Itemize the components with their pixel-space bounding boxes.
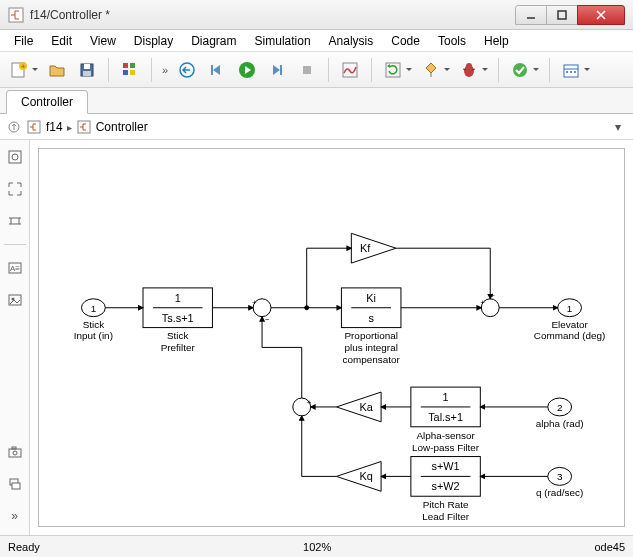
menu-display[interactable]: Display: [126, 32, 181, 50]
svg-point-30: [574, 71, 576, 73]
svg-rect-10: [130, 63, 135, 68]
schedule-button[interactable]: [558, 57, 584, 83]
window-title: f14/Controller *: [30, 8, 516, 22]
status-solver[interactable]: ode45: [594, 541, 625, 553]
find-button[interactable]: [4, 473, 26, 495]
status-zoom[interactable]: 102%: [40, 541, 595, 553]
svg-text:compensator: compensator: [343, 354, 401, 365]
chevron-down-icon: [482, 68, 488, 74]
run-button[interactable]: [234, 57, 260, 83]
fit-to-view-button[interactable]: [4, 178, 26, 200]
svg-text:Ki: Ki: [366, 292, 376, 304]
update-diagram-button[interactable]: [380, 57, 406, 83]
breadcrumb-current[interactable]: Controller: [96, 120, 148, 134]
block-sum-3[interactable]: + +: [293, 398, 312, 424]
block-gain-kq[interactable]: Kq: [336, 462, 381, 492]
model-advisor-button[interactable]: [507, 57, 533, 83]
menu-bar: File Edit View Display Diagram Simulatio…: [0, 30, 633, 52]
chevron-down-icon: [584, 68, 590, 74]
overflow-icon[interactable]: »: [160, 64, 170, 76]
stop-button[interactable]: [294, 57, 320, 83]
debug-button[interactable]: [456, 57, 482, 83]
step-forward-button[interactable]: [264, 57, 290, 83]
subsystem-icon: [76, 119, 92, 135]
menu-help[interactable]: Help: [476, 32, 517, 50]
block-integrator-ki[interactable]: Ki s Proportional plus integral compensa…: [341, 288, 401, 365]
block-pitch-filter[interactable]: s+W1 s+W2 Pitch Rate Lead Filter: [411, 457, 480, 522]
svg-text:Stick: Stick: [167, 330, 189, 341]
signal-lines: [105, 248, 557, 476]
block-gain-ka[interactable]: Ka: [336, 392, 381, 422]
menu-file[interactable]: File: [6, 32, 41, 50]
menu-view[interactable]: View: [82, 32, 124, 50]
svg-rect-44: [12, 447, 16, 449]
chevron-down-icon: [406, 68, 412, 74]
diagram-canvas[interactable]: 1 Stick Input (in) 1 Ts.s+1 Stick Prefil…: [38, 148, 625, 527]
svg-point-25: [513, 63, 527, 77]
svg-text:−: −: [265, 315, 270, 324]
menu-tools[interactable]: Tools: [430, 32, 474, 50]
screenshot-button[interactable]: [4, 441, 26, 463]
close-button[interactable]: [577, 5, 625, 25]
svg-text:s+W1: s+W1: [431, 460, 459, 472]
nav-up-button[interactable]: [6, 119, 22, 135]
toggle-perspective-button[interactable]: [4, 210, 26, 232]
minimize-button[interactable]: [515, 5, 547, 25]
svg-text:1: 1: [175, 292, 181, 304]
menu-simulation[interactable]: Simulation: [247, 32, 319, 50]
menu-edit[interactable]: Edit: [43, 32, 80, 50]
menu-analysis[interactable]: Analysis: [321, 32, 382, 50]
maximize-button[interactable]: [546, 5, 578, 25]
model-icon: [26, 119, 42, 135]
svg-text:+: +: [480, 298, 485, 307]
svg-text:+: +: [490, 291, 495, 300]
step-back-button[interactable]: [174, 57, 200, 83]
separator: [498, 58, 499, 82]
block-inport-1[interactable]: 1 Stick Input (in): [74, 299, 113, 342]
separator: [549, 58, 550, 82]
svg-text:+: +: [252, 298, 257, 307]
image-button[interactable]: [4, 289, 26, 311]
chevron-down-icon: [444, 68, 450, 74]
svg-text:Command (deg): Command (deg): [534, 330, 606, 341]
new-model-button[interactable]: +: [6, 57, 32, 83]
data-inspector-button[interactable]: [337, 57, 363, 83]
svg-rect-9: [123, 63, 128, 68]
step-back-once-button[interactable]: [204, 57, 230, 83]
breadcrumb-root[interactable]: f14: [46, 120, 63, 134]
svg-text:Alpha-sensor: Alpha-sensor: [416, 430, 475, 441]
app-icon: [8, 7, 24, 23]
save-button[interactable]: [74, 57, 100, 83]
svg-point-35: [12, 154, 18, 160]
tab-controller[interactable]: Controller: [6, 90, 88, 114]
separator: [108, 58, 109, 82]
block-inport-3[interactable]: 3 q (rad/sec): [536, 467, 583, 498]
annotation-button[interactable]: A≡: [4, 257, 26, 279]
svg-rect-34: [9, 151, 21, 163]
open-button[interactable]: [44, 57, 70, 83]
svg-text:Ka: Ka: [360, 401, 374, 413]
build-button[interactable]: [418, 57, 444, 83]
breadcrumb-dropdown[interactable]: ▾: [615, 120, 627, 134]
svg-text:Kq: Kq: [360, 470, 373, 482]
svg-text:Input (in): Input (in): [74, 330, 113, 341]
svg-text:+: +: [21, 62, 26, 71]
svg-text:2: 2: [557, 402, 563, 413]
library-browser-button[interactable]: [117, 57, 143, 83]
more-tools-button[interactable]: »: [4, 505, 26, 527]
status-bar: Ready 102% ode45: [0, 535, 633, 557]
block-gain-kf[interactable]: Kf: [351, 233, 396, 263]
svg-text:s: s: [368, 312, 374, 324]
menu-code[interactable]: Code: [383, 32, 428, 50]
block-inport-2[interactable]: 2 alpha (rad): [536, 398, 584, 429]
block-alpha-filter[interactable]: 1 Tal.s+1 Alpha-sensor Low-pass Filter: [411, 387, 480, 452]
menu-diagram[interactable]: Diagram: [183, 32, 244, 50]
zoom-fit-button[interactable]: [4, 146, 26, 168]
block-stick-prefilter[interactable]: 1 Ts.s+1 Stick Prefilter: [143, 288, 212, 353]
block-outport-1[interactable]: 1 Elevator Command (deg): [534, 299, 606, 342]
svg-text:A≡: A≡: [9, 264, 19, 273]
svg-point-22: [466, 63, 472, 69]
separator: [151, 58, 152, 82]
svg-rect-42: [9, 449, 21, 457]
svg-text:Kf: Kf: [360, 242, 371, 254]
